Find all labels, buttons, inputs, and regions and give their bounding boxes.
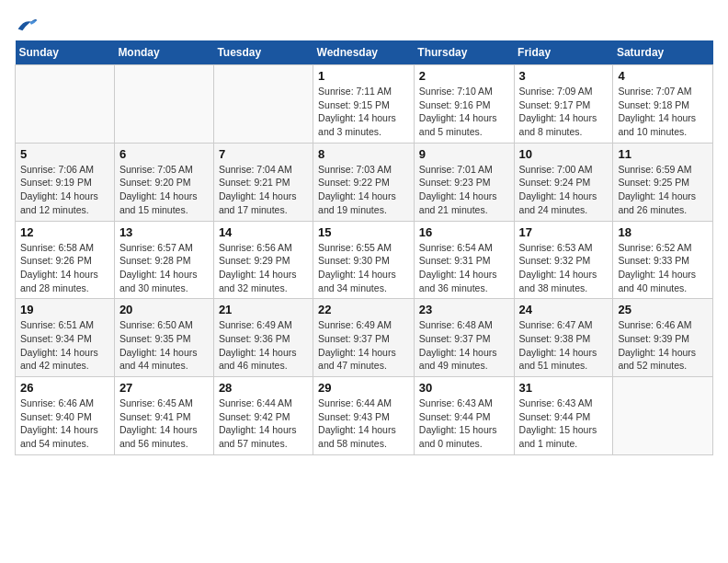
day-info: Sunrise: 6:43 AMSunset: 9:44 PMDaylight:… [419,396,509,451]
weekday-header-monday: Monday [114,40,213,65]
day-info: Sunrise: 6:45 AMSunset: 9:41 PMDaylight:… [119,396,209,451]
day-number: 20 [119,303,209,316]
calendar-cell: 28Sunrise: 6:44 AMSunset: 9:42 PMDayligh… [213,377,313,455]
header [15,15,713,33]
day-number: 19 [20,303,109,316]
calendar-cell [613,377,713,455]
day-number: 4 [618,69,708,83]
weekday-header-saturday: Saturday [613,40,713,65]
calendar-cell: 20Sunrise: 6:50 AMSunset: 9:35 PMDayligh… [114,299,213,377]
day-number: 23 [419,303,509,316]
day-info: Sunrise: 6:48 AMSunset: 9:37 PMDaylight:… [419,318,509,373]
calendar-week-5: 26Sunrise: 6:46 AMSunset: 9:40 PMDayligh… [16,377,713,455]
day-number: 2 [419,69,509,83]
calendar-cell: 31Sunrise: 6:43 AMSunset: 9:44 PMDayligh… [514,377,613,455]
day-info: Sunrise: 6:44 AMSunset: 9:42 PMDaylight:… [219,396,308,451]
day-info: Sunrise: 7:10 AMSunset: 9:16 PMDaylight:… [419,85,509,139]
day-info: Sunrise: 6:54 AMSunset: 9:31 PMDaylight:… [419,241,509,295]
day-info: Sunrise: 6:46 AMSunset: 9:40 PMDaylight:… [20,396,109,451]
day-number: 26 [20,381,109,395]
day-info: Sunrise: 7:06 AMSunset: 9:19 PMDaylight:… [20,163,109,217]
day-number: 27 [119,381,209,395]
calendar-cell: 3Sunrise: 7:09 AMSunset: 9:17 PMDaylight… [514,65,613,144]
calendar-table: SundayMondayTuesdayWednesdayThursdayFrid… [15,40,713,455]
logo [15,15,39,33]
calendar-cell: 14Sunrise: 6:56 AMSunset: 9:29 PMDayligh… [213,221,313,299]
day-number: 13 [119,225,209,239]
day-info: Sunrise: 6:43 AMSunset: 9:44 PMDaylight:… [519,396,609,451]
day-number: 10 [519,147,609,161]
day-info: Sunrise: 7:04 AMSunset: 9:21 PMDaylight:… [219,163,308,217]
calendar-cell: 16Sunrise: 6:54 AMSunset: 9:31 PMDayligh… [414,221,514,299]
calendar-cell: 8Sunrise: 7:03 AMSunset: 9:22 PMDaylight… [313,143,415,221]
calendar-cell: 27Sunrise: 6:45 AMSunset: 9:41 PMDayligh… [114,377,213,455]
logo-bird-icon [17,15,39,33]
calendar-cell: 22Sunrise: 6:49 AMSunset: 9:37 PMDayligh… [313,299,415,377]
weekday-header-thursday: Thursday [414,40,514,65]
calendar-cell: 12Sunrise: 6:58 AMSunset: 9:26 PMDayligh… [16,221,115,299]
weekday-header-tuesday: Tuesday [213,40,313,65]
day-number: 7 [219,147,308,161]
day-info: Sunrise: 6:51 AMSunset: 9:34 PMDaylight:… [20,318,109,373]
day-number: 12 [20,225,109,239]
weekday-header-sunday: Sunday [16,40,115,65]
day-info: Sunrise: 7:01 AMSunset: 9:23 PMDaylight:… [419,163,509,217]
weekday-header-friday: Friday [514,40,613,65]
calendar-cell [114,65,213,144]
day-number: 15 [318,225,409,239]
day-number: 16 [419,225,509,239]
day-info: Sunrise: 6:49 AMSunset: 9:36 PMDaylight:… [219,318,308,373]
day-number: 17 [519,225,609,239]
calendar-cell: 15Sunrise: 6:55 AMSunset: 9:30 PMDayligh… [313,221,415,299]
calendar-cell: 19Sunrise: 6:51 AMSunset: 9:34 PMDayligh… [16,299,115,377]
day-info: Sunrise: 6:53 AMSunset: 9:32 PMDaylight:… [519,241,609,295]
day-number: 1 [318,69,409,83]
calendar-week-3: 12Sunrise: 6:58 AMSunset: 9:26 PMDayligh… [16,221,713,299]
calendar-cell [213,65,313,144]
day-number: 29 [318,381,409,395]
day-info: Sunrise: 6:52 AMSunset: 9:33 PMDaylight:… [618,241,708,295]
day-info: Sunrise: 7:00 AMSunset: 9:24 PMDaylight:… [519,163,609,217]
day-info: Sunrise: 7:05 AMSunset: 9:20 PMDaylight:… [119,163,209,217]
day-number: 30 [419,381,509,395]
day-info: Sunrise: 6:58 AMSunset: 9:26 PMDaylight:… [20,241,109,295]
calendar-cell: 13Sunrise: 6:57 AMSunset: 9:28 PMDayligh… [114,221,213,299]
calendar-cell: 5Sunrise: 7:06 AMSunset: 9:19 PMDaylight… [16,143,115,221]
day-info: Sunrise: 6:47 AMSunset: 9:38 PMDaylight:… [519,318,609,373]
day-number: 8 [318,147,409,161]
calendar-cell: 24Sunrise: 6:47 AMSunset: 9:38 PMDayligh… [514,299,613,377]
calendar-cell [16,65,115,144]
calendar-cell: 4Sunrise: 7:07 AMSunset: 9:18 PMDaylight… [613,65,713,144]
day-info: Sunrise: 6:46 AMSunset: 9:39 PMDaylight:… [618,318,708,373]
calendar-week-1: 1Sunrise: 7:11 AMSunset: 9:15 PMDaylight… [16,65,713,144]
day-number: 22 [318,303,409,316]
day-info: Sunrise: 6:50 AMSunset: 9:35 PMDaylight:… [119,318,209,373]
day-number: 31 [519,381,609,395]
calendar-cell: 30Sunrise: 6:43 AMSunset: 9:44 PMDayligh… [414,377,514,455]
calendar-cell: 21Sunrise: 6:49 AMSunset: 9:36 PMDayligh… [213,299,313,377]
calendar-cell: 10Sunrise: 7:00 AMSunset: 9:24 PMDayligh… [514,143,613,221]
day-number: 25 [618,303,708,316]
calendar-week-2: 5Sunrise: 7:06 AMSunset: 9:19 PMDaylight… [16,143,713,221]
day-number: 3 [519,69,609,83]
calendar-cell: 9Sunrise: 7:01 AMSunset: 9:23 PMDaylight… [414,143,514,221]
calendar-cell: 29Sunrise: 6:44 AMSunset: 9:43 PMDayligh… [313,377,415,455]
day-number: 6 [119,147,209,161]
day-number: 24 [519,303,609,316]
day-number: 11 [618,147,708,161]
day-info: Sunrise: 6:49 AMSunset: 9:37 PMDaylight:… [318,318,409,373]
day-number: 14 [219,225,308,239]
day-info: Sunrise: 7:03 AMSunset: 9:22 PMDaylight:… [318,163,409,217]
calendar-cell: 17Sunrise: 6:53 AMSunset: 9:32 PMDayligh… [514,221,613,299]
day-info: Sunrise: 6:44 AMSunset: 9:43 PMDaylight:… [318,396,409,451]
calendar-cell: 2Sunrise: 7:10 AMSunset: 9:16 PMDaylight… [414,65,514,144]
calendar-cell: 26Sunrise: 6:46 AMSunset: 9:40 PMDayligh… [16,377,115,455]
day-info: Sunrise: 7:09 AMSunset: 9:17 PMDaylight:… [519,85,609,139]
weekday-header-wednesday: Wednesday [313,40,415,65]
day-number: 28 [219,381,308,395]
day-info: Sunrise: 6:55 AMSunset: 9:30 PMDaylight:… [318,241,409,295]
calendar-week-4: 19Sunrise: 6:51 AMSunset: 9:34 PMDayligh… [16,299,713,377]
calendar-cell: 25Sunrise: 6:46 AMSunset: 9:39 PMDayligh… [613,299,713,377]
calendar-cell: 11Sunrise: 6:59 AMSunset: 9:25 PMDayligh… [613,143,713,221]
calendar-cell: 7Sunrise: 7:04 AMSunset: 9:21 PMDaylight… [213,143,313,221]
